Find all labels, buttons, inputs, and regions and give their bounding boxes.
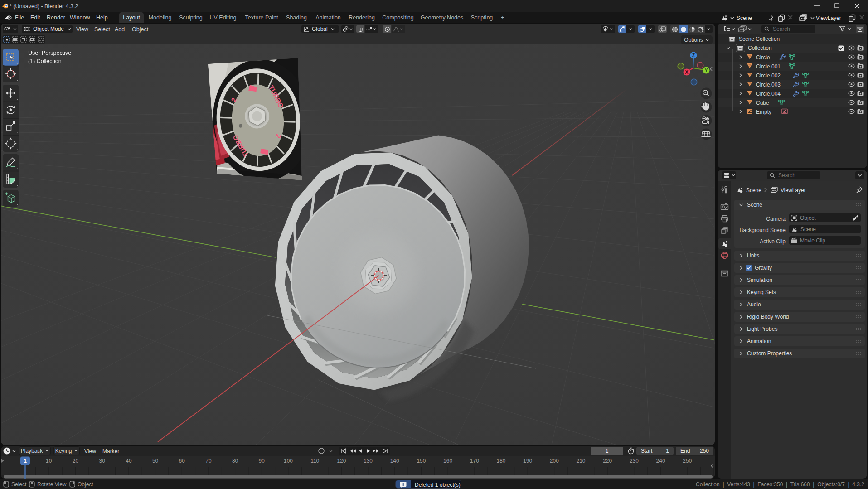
- svg-text:X: X: [685, 70, 689, 75]
- svg-text:60: 60: [179, 458, 185, 464]
- svg-text:30: 30: [99, 458, 106, 464]
- svg-text:160: 160: [443, 458, 452, 464]
- svg-text:Y: Y: [705, 68, 708, 73]
- svg-text:90: 90: [259, 458, 265, 464]
- svg-text:120: 120: [337, 458, 346, 464]
- svg-text:250: 250: [683, 458, 692, 464]
- svg-text:50: 50: [152, 458, 159, 464]
- svg-text:200: 200: [550, 458, 559, 464]
- svg-text:110: 110: [310, 458, 319, 464]
- svg-text:Z: Z: [692, 53, 695, 58]
- svg-text:210: 210: [576, 458, 585, 464]
- svg-text:190: 190: [523, 458, 532, 464]
- svg-text:(1) Collection: (1) Collection: [28, 58, 62, 64]
- svg-text:180: 180: [496, 458, 505, 464]
- svg-text:130: 130: [364, 458, 373, 464]
- svg-text:220: 220: [603, 458, 612, 464]
- svg-text:80: 80: [232, 458, 238, 464]
- svg-text:100: 100: [284, 458, 293, 464]
- svg-text:10: 10: [46, 458, 52, 464]
- svg-text:70: 70: [205, 458, 212, 464]
- svg-text:170: 170: [470, 458, 479, 464]
- svg-text:140: 140: [390, 458, 399, 464]
- svg-text:40: 40: [126, 458, 132, 464]
- svg-text:240: 240: [656, 458, 665, 464]
- svg-text:1: 1: [24, 458, 27, 464]
- svg-text:User Perspective: User Perspective: [28, 50, 71, 56]
- svg-text:230: 230: [630, 458, 639, 464]
- svg-text:20: 20: [73, 458, 79, 464]
- svg-text:150: 150: [417, 458, 426, 464]
